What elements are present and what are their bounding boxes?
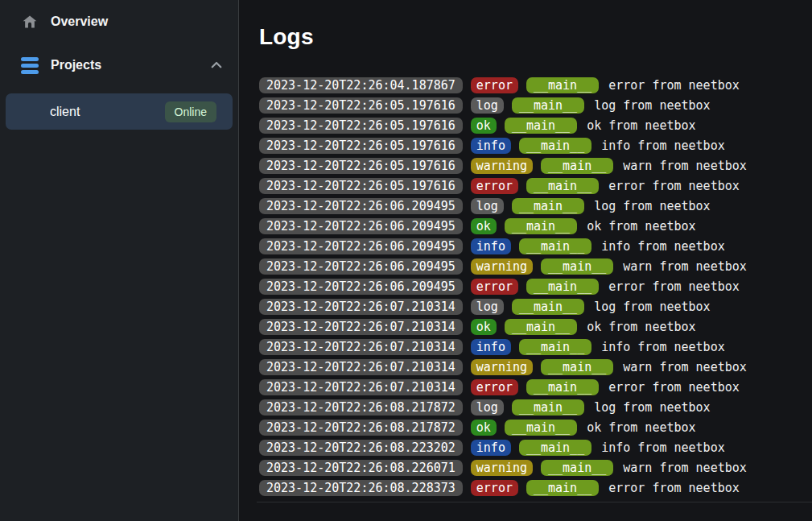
log-module-badge: __main__	[541, 158, 613, 174]
log-timestamp: 2023-12-20T22:26:05.197616	[259, 97, 463, 114]
log-message: error from neetbox	[608, 78, 740, 93]
log-level-badge: warning	[471, 359, 533, 375]
sidebar-project-client[interactable]: client Online	[6, 93, 233, 130]
log-module-badge: __main__	[505, 319, 577, 335]
log-message: ok from neetbox	[587, 320, 695, 334]
log-level-badge: error	[471, 480, 518, 496]
chevron-up-icon[interactable]	[209, 58, 224, 72]
log-timestamp: 2023-12-20T22:26:05.197616	[259, 178, 463, 194]
sidebar-item-projects[interactable]: Projects	[0, 48, 238, 82]
log-module-badge: __main__	[512, 399, 584, 416]
log-module-badge: __main__	[519, 238, 591, 254]
log-message: ok from neetbox	[587, 219, 695, 234]
log-row: 2023-12-20T22:26:06.209495error__main__e…	[259, 279, 812, 295]
log-timestamp: 2023-12-20T22:26:08.217872	[259, 399, 463, 416]
log-timestamp: 2023-12-20T22:26:07.210314	[259, 339, 463, 355]
log-timestamp: 2023-12-20T22:26:04.187867	[259, 77, 463, 93]
log-module-badge: __main__	[526, 379, 599, 395]
log-level-badge: error	[471, 178, 518, 194]
log-level-badge: error	[471, 379, 518, 395]
log-module-badge: __main__	[512, 299, 584, 315]
log-message: info from neetbox	[601, 239, 725, 254]
log-module-badge: __main__	[541, 460, 613, 476]
log-row: 2023-12-20T22:26:08.226071warning__main_…	[259, 460, 812, 476]
log-timestamp: 2023-12-20T22:26:08.228373	[259, 480, 463, 496]
sidebar-item-overview[interactable]: Overview	[0, 5, 238, 39]
log-timestamp: 2023-12-20T22:26:08.223202	[259, 440, 463, 456]
log-timestamp: 2023-12-20T22:26:06.209495	[259, 279, 463, 295]
log-message: info from neetbox	[601, 440, 725, 455]
log-message: log from neetbox	[594, 199, 711, 213]
log-message: warn from neetbox	[623, 360, 747, 374]
log-level-badge: info	[471, 138, 511, 154]
log-module-badge: __main__	[505, 118, 577, 134]
log-module-badge: __main__	[526, 178, 599, 194]
log-row: 2023-12-20T22:26:06.209495warning__main_…	[259, 258, 812, 275]
log-message: error from neetbox	[608, 481, 740, 495]
log-list: 2023-12-20T22:26:04.187867error__main__e…	[259, 77, 812, 496]
log-module-badge: __main__	[512, 97, 584, 114]
log-level-badge: info	[471, 339, 511, 355]
log-message: warn from neetbox	[623, 159, 747, 173]
sidebar-item-label: Projects	[51, 58, 101, 72]
log-level-badge: warning	[471, 460, 533, 476]
log-row: 2023-12-20T22:26:05.197616error__main__e…	[259, 178, 812, 194]
log-row: 2023-12-20T22:26:06.209495info__main__in…	[259, 238, 812, 254]
log-row: 2023-12-20T22:26:06.209495ok__main__ok f…	[259, 218, 812, 234]
log-message: warn from neetbox	[623, 259, 747, 274]
log-module-badge: __main__	[519, 138, 591, 154]
log-row: 2023-12-20T22:26:05.197616log__main__log…	[259, 97, 812, 114]
log-row: 2023-12-20T22:26:08.228373error__main__e…	[259, 480, 812, 496]
log-timestamp: 2023-12-20T22:26:05.197616	[259, 118, 463, 134]
log-row: 2023-12-20T22:26:07.210314log__main__log…	[259, 299, 812, 315]
sidebar-item-label: Overview	[51, 14, 108, 29]
log-message: ok from neetbox	[587, 118, 695, 133]
project-name: client	[50, 105, 80, 119]
main-content: Logs 2023-12-20T22:26:04.187867error__ma…	[239, 0, 812, 521]
log-timestamp: 2023-12-20T22:26:06.209495	[259, 218, 463, 234]
log-level-badge: warning	[471, 158, 533, 174]
log-timestamp: 2023-12-20T22:26:06.209495	[259, 238, 463, 254]
log-level-badge: warning	[471, 258, 533, 275]
menu-icon	[21, 56, 39, 74]
log-timestamp: 2023-12-20T22:26:07.210314	[259, 319, 463, 335]
log-message: ok from neetbox	[587, 420, 695, 435]
log-level-badge: error	[471, 279, 518, 295]
log-level-badge: log	[471, 198, 504, 214]
log-timestamp: 2023-12-20T22:26:06.209495	[259, 198, 463, 214]
log-message: log from neetbox	[594, 300, 711, 314]
log-row: 2023-12-20T22:26:06.209495log__main__log…	[259, 198, 812, 214]
log-module-badge: __main__	[526, 480, 599, 496]
log-module-badge: __main__	[526, 77, 599, 93]
log-row: 2023-12-20T22:26:07.210314warning__main_…	[259, 359, 812, 375]
log-level-badge: ok	[471, 319, 497, 335]
log-level-badge: ok	[471, 118, 497, 134]
log-module-badge: __main__	[512, 198, 584, 214]
log-module-badge: __main__	[505, 420, 577, 436]
log-row: 2023-12-20T22:26:05.197616info__main__in…	[259, 138, 812, 154]
log-message: error from neetbox	[608, 279, 740, 294]
log-module-badge: __main__	[541, 258, 613, 275]
status-badge: Online	[165, 101, 216, 122]
log-module-badge: __main__	[519, 339, 591, 355]
log-level-badge: log	[471, 97, 504, 114]
home-icon	[21, 13, 39, 31]
log-level-badge: ok	[471, 218, 497, 234]
log-message: warn from neetbox	[623, 461, 747, 475]
log-message: info from neetbox	[601, 139, 725, 153]
log-row: 2023-12-20T22:26:07.210314info__main__in…	[259, 339, 812, 355]
log-list-divider	[257, 502, 812, 502]
log-message: error from neetbox	[608, 179, 740, 193]
log-message: info from neetbox	[601, 340, 725, 354]
sidebar: Overview Projects client Online	[0, 0, 239, 521]
log-timestamp: 2023-12-20T22:26:06.209495	[259, 258, 463, 275]
page-title: Logs	[259, 24, 812, 50]
log-message: log from neetbox	[594, 400, 711, 415]
log-level-badge: info	[471, 440, 511, 456]
log-level-badge: ok	[471, 420, 497, 436]
log-level-badge: log	[471, 399, 504, 416]
log-module-badge: __main__	[505, 218, 577, 234]
log-timestamp: 2023-12-20T22:26:07.210314	[259, 299, 463, 315]
log-timestamp: 2023-12-20T22:26:07.210314	[259, 359, 463, 375]
log-level-badge: log	[471, 299, 504, 315]
